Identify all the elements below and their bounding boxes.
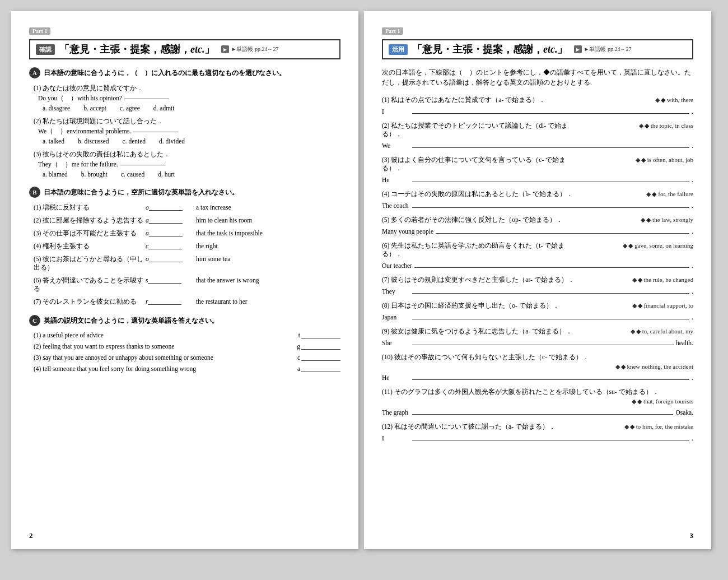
q-japanese: (2) 私たちは環境問題について話し合った． (34, 117, 340, 126)
section-b: B 日本語の意味に合うように，空所に適切な英単語を入れなさい。 (1) 増税に反… (29, 187, 340, 306)
left-part-label: Part 1 (29, 27, 50, 35)
q-japanese: (3) 彼らはその失敗の責任は私にあるとした． (34, 150, 340, 159)
table-row: (6) 先生は私たちに英語を学ぶための助言をくれた（t- で始まる）． ◆◆ g… (382, 242, 693, 269)
table-row: (4) 権利を主張する c the right (29, 242, 340, 250)
play-icon: ▶ (221, 45, 229, 53)
table-row: (10) 彼はその事故について何も知らないと主張した（c- で始まる）． ◆◆ … (382, 353, 693, 381)
right-part-label: Part 1 (382, 27, 403, 35)
table-row: (2) 私たちは授業でそのトピックについて議論した（di- で始まる）． ◆◆ … (382, 122, 693, 149)
left-section-title: 「意見・主張・提案，感謝，etc.」 (59, 43, 214, 56)
table-row: (1) あなたは彼の意見に賛成ですか． Do you（ ）with his op… (29, 84, 340, 112)
section-b-instruction: B 日本語の意味に合うように，空所に適切な英単語を入れなさい。 (29, 187, 340, 198)
table-row: (2) 私たちは環境問題について話し合った． We（ ）environmenta… (29, 117, 340, 145)
choices: a. talked b. discussed c. denied d. divi… (43, 138, 340, 145)
section-c-label: C (29, 315, 40, 326)
left-section-ref: ▶ ►単語帳 pp.24～27 (221, 45, 278, 53)
table-row: (1) 増税に反対する o a tax increase (29, 203, 340, 212)
table-row: (2) 彼に部屋を掃除するよう忠告する a him to clean his r… (29, 216, 340, 225)
answer-blank (120, 165, 165, 165)
section-a-label: A (29, 67, 40, 78)
answer-line (414, 260, 689, 268)
right-questions: (1) 私はその点ではあなたに賛成です（a- で始まる）． ◆◆ with, t… (382, 96, 693, 442)
table-row: (12) 私はその間違いについて彼に謝った（a- で始まる）． ◆◆ to hi… (382, 423, 693, 442)
answer-line (412, 106, 689, 114)
left-badge: 確認 (36, 44, 55, 55)
section-c: C 英語の説明文に合うように，適切な英単語を答えなさい。 (1) a usefu… (29, 315, 340, 372)
table-row: (4) tell someone that you feel sorry for… (29, 365, 340, 372)
answer-line (412, 372, 689, 380)
right-section-title: 「意見・主張・提案，感謝，etc.」 (412, 43, 567, 56)
q-japanese: (1) あなたは彼の意見に賛成ですか． (34, 84, 340, 92)
table-row: (4) コーチはその失敗の原因は私にあるとした（b- で始まる）． ◆◆ for… (382, 190, 693, 209)
table-row: (1) 私はその点ではあなたに賛成です（a- で始まる）． ◆◆ with, t… (382, 96, 693, 115)
left-page-num: 2 (29, 531, 33, 540)
answer-line (412, 174, 689, 182)
choices: a. disagree b. accept c. agree d. admit (43, 105, 340, 112)
choices: a. blamed b. brought c. caused d. hurt (43, 171, 340, 178)
right-section-ref: ▶ ►単語帳 pp.24～27 (574, 45, 631, 53)
section-a-instruction: A 日本語の意味に合うように，（ ）に入れるのに最も適切なものを選びなさい。 (29, 67, 340, 78)
table-row: (1) a useful piece of advice t (29, 332, 340, 338)
section-c-instruction: C 英語の説明文に合うように，適切な英単語を答えなさい。 (29, 315, 340, 326)
table-row: (3) その仕事は不可能だと主張する a that the task is im… (29, 229, 340, 238)
right-header: 活用 「意見・主張・提案，感謝，etc.」 ▶ ►単語帳 pp.24～27 (382, 39, 693, 59)
answer-line (412, 407, 673, 415)
table-row: (5) 多くの若者がその法律に強く反対した（op- で始まる）． ◆◆ the … (382, 216, 693, 235)
answer-line (412, 433, 689, 440)
table-row: (9) 彼女は健康に気をつけるよう私に忠告した（a- で始まる）． ◆◆ to,… (382, 327, 693, 346)
play-icon-right: ▶ (574, 45, 582, 53)
table-row: (3) 彼らはその失敗の責任は私にあるとした． They（ ）me for th… (29, 150, 340, 178)
right-page: Part 1 活用 「意見・主張・提案，感謝，etc.」 ▶ ►単語帳 pp.2… (364, 11, 711, 549)
table-row: (5) 彼にお茶はどうかと尋ねる（申し出る） o him some tea (29, 255, 340, 272)
section-a: A 日本語の意味に合うように，（ ）に入れるのに最も適切なものを選びなさい。 (… (29, 67, 340, 178)
table-row: (11) そのグラフは多くの外国人観光客が大阪を訪れたことを示唆している（su-… (382, 388, 693, 416)
answer-blank (124, 99, 169, 99)
table-row: (7) そのレストランを彼女に勧める r the restaurant to h… (29, 298, 340, 306)
table-row: (3) 彼はよく自分の仕事について文句を言っている（c- で始まる）． ◆◆ i… (382, 156, 693, 183)
left-header: 確認 「意見・主張・提案，感謝，etc.」 ▶ ►単語帳 pp.24～27 (29, 39, 340, 59)
table-row: (7) 彼らはその規則は変更すべきだと主張した（ar- で始まる）． ◆◆ th… (382, 276, 693, 295)
right-badge: 活用 (389, 44, 408, 55)
answer-line (412, 337, 674, 345)
intro-text: 次の日本語を，下線部は（ ）のヒントを参考にし，◆の語彙すべてを用いて，英語に直… (382, 67, 693, 88)
left-page: Part 1 確認 「意見・主張・提案，感謝，etc.」 ▶ ►単語帳 pp.2… (11, 11, 358, 549)
section-b-label: B (29, 187, 40, 198)
table-row: (3) say that you are annoyed or unhappy … (29, 354, 340, 361)
answer-line (412, 200, 689, 208)
answer-line (412, 312, 689, 319)
answer-line (436, 226, 689, 234)
q-english: We（ ）environmental problems. (38, 127, 340, 136)
table-row: (2) feeling that you want to express tha… (29, 343, 340, 350)
answer-blank (133, 132, 178, 132)
q-english: Do you（ ）with his opinion? (38, 94, 340, 103)
q-english: They（ ）me for the failure. (38, 160, 340, 169)
table-row: (8) 日本はその国に経済的支援を申し出た（o- で始まる）． ◆◆ finan… (382, 301, 693, 321)
right-page-num: 3 (690, 531, 694, 540)
table-row: (6) 答えが間違いであることを示唆する s that the answer i… (29, 276, 340, 293)
answer-line (412, 140, 689, 148)
answer-line (412, 286, 689, 294)
